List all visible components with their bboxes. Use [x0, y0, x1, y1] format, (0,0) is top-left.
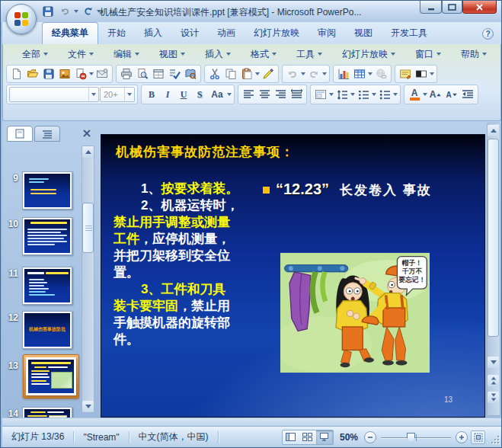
- menu-all[interactable]: 全部: [12, 46, 58, 63]
- change-case-dropdown-arrow[interactable]: [227, 93, 232, 96]
- zoom-out-button[interactable]: [364, 431, 376, 443]
- change-case-button[interactable]: Aa: [208, 87, 226, 102]
- layout-button[interactable]: [313, 87, 328, 102]
- normal-view-button[interactable]: [283, 430, 299, 444]
- slide-canvas[interactable]: 机械伤害事故防范注意事项： 1、按要求着装。 2、机器运转时， 禁止用手调整或测…: [101, 135, 484, 417]
- menu-edit[interactable]: 编辑: [104, 46, 149, 63]
- shadow-button[interactable]: S: [192, 87, 207, 102]
- permission-button[interactable]: [73, 66, 88, 82]
- close-button[interactable]: [462, 1, 497, 14]
- paste-dropdown-arrow[interactable]: [255, 72, 260, 75]
- font-size-select[interactable]: 20+: [100, 87, 135, 102]
- color-view-dropdown-arrow[interactable]: [430, 72, 434, 75]
- tab-classic-menu[interactable]: 经典菜单: [42, 22, 98, 44]
- tab-animations[interactable]: 动画: [208, 23, 245, 44]
- shrink-font-button[interactable]: A: [444, 87, 459, 102]
- zoom-slider[interactable]: [381, 431, 451, 443]
- menu-help[interactable]: 帮助: [451, 46, 497, 63]
- paste-button[interactable]: [239, 66, 254, 82]
- help-icon[interactable]: ?: [482, 28, 494, 40]
- slide-body-text[interactable]: 1、按要求着装。 2、机器运转时， 禁止用手调整或测量 工件，应停机测量， 并把…: [114, 181, 280, 348]
- slide-9-thumbnail[interactable]: [22, 171, 72, 210]
- permission-dropdown-arrow[interactable]: [89, 72, 94, 75]
- menu-tools[interactable]: 工具: [286, 46, 332, 63]
- underline-button[interactable]: U: [176, 87, 191, 102]
- accident-callout[interactable]: “12.23” 长发卷入 事故: [263, 181, 432, 199]
- tab-developer[interactable]: 开发工具: [382, 23, 436, 44]
- redo-quick-button[interactable]: [80, 4, 95, 18]
- tab-slideshow[interactable]: 幻灯片放映: [245, 23, 309, 44]
- slide-title[interactable]: 机械伤害事故防范注意事项：: [116, 143, 294, 161]
- align-right-button[interactable]: [273, 87, 288, 102]
- slide-10-thumbnail[interactable]: [22, 217, 72, 255]
- new-button[interactable]: [9, 66, 24, 82]
- slide-sorter-button[interactable]: [299, 430, 316, 444]
- redo-dropdown-arrow[interactable]: [322, 72, 327, 75]
- menu-file[interactable]: 文件: [58, 46, 104, 63]
- save-button[interactable]: [41, 66, 56, 82]
- print-preview-button[interactable]: [135, 66, 150, 82]
- menu-slideshow[interactable]: 幻灯片放映: [332, 46, 405, 63]
- close-panel-button[interactable]: [80, 127, 94, 139]
- cartoon-image[interactable]: 帽子！ 千万不 要忘记！: [280, 251, 430, 375]
- font-name-dropdown[interactable]: [88, 88, 98, 101]
- font-color-button[interactable]: A: [407, 87, 422, 102]
- undo-dropdown-arrow[interactable]: [74, 10, 78, 13]
- numbering-dropdown-arrow[interactable]: [372, 93, 376, 96]
- main-scrollbar[interactable]: [487, 123, 500, 416]
- theme-name[interactable]: "Stream": [74, 432, 128, 443]
- save-quick-button[interactable]: [40, 4, 56, 18]
- zoom-in-button[interactable]: [456, 431, 468, 443]
- italic-button[interactable]: I: [160, 87, 175, 102]
- chart-button[interactable]: [336, 66, 351, 82]
- resize-grip[interactable]: [490, 434, 500, 444]
- hyperlink-button[interactable]: [373, 66, 388, 82]
- bold-button[interactable]: B: [144, 87, 159, 102]
- menu-window[interactable]: 窗口: [405, 46, 451, 63]
- sidebar-scroll-thumb[interactable]: [82, 203, 94, 253]
- sidebar-scroll-up[interactable]: [82, 146, 94, 158]
- table-button[interactable]: [352, 66, 367, 82]
- thumbnail-row-11[interactable]: 11: [2, 267, 72, 305]
- mail-button[interactable]: [94, 66, 110, 82]
- table-dropdown-arrow[interactable]: [368, 72, 373, 75]
- next-slide-button[interactable]: [488, 392, 499, 403]
- slideshow-view-button[interactable]: [316, 430, 333, 444]
- qat-customize-arrow[interactable]: [97, 10, 101, 13]
- fit-to-window-button[interactable]: [471, 430, 485, 444]
- bullets-button[interactable]: [377, 87, 392, 102]
- menu-view[interactable]: 视图: [149, 46, 195, 63]
- thumbnail-row-14[interactable]: 14: [2, 407, 72, 418]
- office-button[interactable]: [6, 4, 37, 34]
- sidebar-scroll-down[interactable]: [82, 401, 94, 412]
- page-setup-button[interactable]: [151, 66, 166, 82]
- slide-design-button[interactable]: [398, 66, 413, 82]
- font-name-select[interactable]: [9, 87, 99, 102]
- tab-view[interactable]: 视图: [345, 23, 382, 44]
- tab-insert[interactable]: 插入: [135, 23, 171, 44]
- minimize-button[interactable]: [420, 1, 442, 14]
- copy-button[interactable]: [223, 66, 238, 82]
- slide-12-thumbnail[interactable]: 机械伤害事故防范: [22, 311, 72, 349]
- color-view-button[interactable]: [414, 66, 429, 82]
- grow-font-button[interactable]: A: [428, 87, 443, 102]
- font-color-dropdown-arrow[interactable]: [423, 93, 427, 96]
- sidebar-scrollbar[interactable]: [82, 146, 94, 413]
- tab-review[interactable]: 审阅: [309, 23, 345, 44]
- tab-home[interactable]: 开始: [98, 23, 135, 44]
- thumbnail-row-10[interactable]: 10: [2, 217, 72, 255]
- thumbnail-row-9[interactable]: 9: [2, 171, 72, 210]
- menu-format[interactable]: 格式: [241, 46, 286, 63]
- cut-button[interactable]: [207, 66, 222, 82]
- scroll-up-button[interactable]: [488, 125, 499, 136]
- font-size-dropdown[interactable]: [124, 88, 134, 101]
- slide-11-thumbnail[interactable]: [22, 267, 72, 305]
- tab-slides-thumbnails[interactable]: [7, 126, 33, 142]
- justify-button[interactable]: [289, 87, 304, 102]
- zoom-slider-thumb[interactable]: [407, 433, 415, 443]
- open-button[interactable]: [25, 66, 40, 82]
- maximize-button[interactable]: [442, 1, 462, 14]
- zoom-level[interactable]: 50%: [334, 432, 364, 443]
- numbering-button[interactable]: [356, 87, 371, 102]
- previous-slide-button[interactable]: [488, 375, 499, 386]
